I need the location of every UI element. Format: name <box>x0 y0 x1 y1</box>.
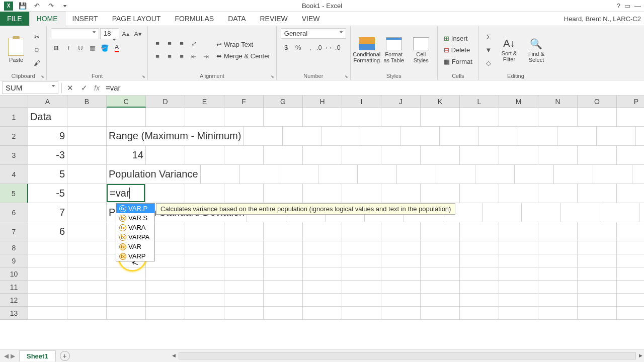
align-middle-icon[interactable]: ≡ <box>164 38 175 49</box>
cell-A8[interactable] <box>28 241 67 254</box>
cell-I11[interactable] <box>342 281 381 294</box>
cell-O4[interactable] <box>632 165 644 184</box>
cell-H10[interactable] <box>303 267 342 281</box>
cell-F5[interactable] <box>224 184 264 203</box>
fill-color-icon[interactable]: 🪣 <box>99 42 110 53</box>
align-right-icon[interactable]: ≡ <box>176 51 187 62</box>
cell-styles-button[interactable]: Cell Styles <box>409 37 433 63</box>
tab-formulas[interactable]: FORMULAS <box>168 12 221 26</box>
cell-G1[interactable] <box>264 108 303 127</box>
cell-E11[interactable] <box>185 281 224 294</box>
cell-H3[interactable] <box>303 146 342 165</box>
cell-N5[interactable] <box>538 184 578 203</box>
increase-decimal-icon[interactable]: .0→ <box>317 42 328 53</box>
cell-I5[interactable] <box>342 184 381 203</box>
cell-L12[interactable] <box>460 294 499 307</box>
undo-icon[interactable]: ↶ <box>30 1 43 11</box>
cell-L9[interactable] <box>460 254 499 267</box>
fill-icon[interactable]: ▼ <box>483 45 494 56</box>
cell-I13[interactable] <box>342 307 381 320</box>
column-header-D[interactable]: D <box>146 96 185 108</box>
decrease-font-icon[interactable]: A▾ <box>132 28 143 39</box>
new-sheet-button[interactable]: + <box>60 351 70 361</box>
cell-M9[interactable] <box>499 254 538 267</box>
cell-F4[interactable] <box>279 165 318 184</box>
cell-F11[interactable] <box>224 281 264 294</box>
cell-M6[interactable] <box>600 203 639 222</box>
tab-view[interactable]: VIEW <box>295 12 327 26</box>
cell-G3[interactable] <box>264 146 303 165</box>
cell-J3[interactable] <box>381 146 421 165</box>
find-select-button[interactable]: 🔍Find & Select <box>524 38 548 63</box>
cell-H5[interactable] <box>303 184 342 203</box>
format-painter-icon[interactable]: 🖌 <box>31 58 42 69</box>
row-header-4[interactable]: 4 <box>0 165 28 184</box>
underline-button[interactable]: U <box>75 42 86 53</box>
clear-icon[interactable]: ◇ <box>483 58 494 69</box>
cell-I8[interactable] <box>342 241 381 254</box>
column-header-E[interactable]: E <box>185 96 224 108</box>
cell-L11[interactable] <box>460 281 499 294</box>
ribbon-options-icon[interactable]: ▭ <box>624 2 630 10</box>
paste-button[interactable]: Paste <box>4 38 28 63</box>
accounting-icon[interactable]: $ <box>281 42 292 53</box>
cell-K11[interactable] <box>421 281 460 294</box>
cell-O9[interactable] <box>578 254 617 267</box>
cell-E9[interactable] <box>185 254 224 267</box>
cell-P12[interactable] <box>617 294 644 307</box>
number-format-select[interactable]: General <box>281 28 346 39</box>
select-all-corner[interactable] <box>0 96 28 108</box>
format-as-table-button[interactable]: Format as Table <box>382 37 406 63</box>
cell-D1[interactable] <box>146 108 185 127</box>
cell-O12[interactable] <box>578 294 617 307</box>
autocomplete-item-varpa[interactable]: fxVARPA <box>116 232 154 242</box>
cell-B7[interactable] <box>67 222 107 241</box>
cell-P3[interactable] <box>617 146 644 165</box>
cell-I9[interactable] <box>342 254 381 267</box>
cell-M12[interactable] <box>499 294 538 307</box>
formula-autocomplete[interactable]: fxVAR.PfxVAR.SfxVARAfxVARPAfxVARfxVARP <box>116 203 155 261</box>
cell-I2[interactable] <box>440 127 479 146</box>
cell-L3[interactable] <box>460 146 499 165</box>
font-color-icon[interactable]: A <box>111 42 122 53</box>
cell-J9[interactable] <box>381 254 421 267</box>
cell-C1[interactable] <box>107 108 146 127</box>
cell-J2[interactable] <box>479 127 518 146</box>
cell-G5[interactable] <box>264 184 303 203</box>
cell-J13[interactable] <box>381 307 421 320</box>
cell-E8[interactable] <box>185 241 224 254</box>
cell-G4[interactable] <box>318 165 358 184</box>
cell-K9[interactable] <box>421 254 460 267</box>
worksheet-grid[interactable]: ABCDEFGHIJKLMNOP 12345678910111213 Data9… <box>0 96 644 357</box>
cell-M4[interactable] <box>554 165 593 184</box>
row-header-7[interactable]: 7 <box>0 222 28 241</box>
cell-B1[interactable] <box>67 108 107 127</box>
cell-K12[interactable] <box>421 294 460 307</box>
sheet-nav-prev-icon[interactable]: ◀ <box>4 352 9 359</box>
cell-M13[interactable] <box>499 307 538 320</box>
tab-home[interactable]: HOME <box>29 11 65 26</box>
wrap-text-button[interactable]: ↩Wrap Text <box>214 40 272 49</box>
cell-G11[interactable] <box>264 281 303 294</box>
cell-D3[interactable] <box>146 146 185 165</box>
cell-N1[interactable] <box>538 108 578 127</box>
formula-input[interactable]: =var <box>103 82 644 94</box>
column-header-P[interactable]: P <box>617 96 644 108</box>
increase-indent-icon[interactable]: ⇥ <box>200 51 211 62</box>
row-header-9[interactable]: 9 <box>0 254 28 267</box>
column-header-C[interactable]: C <box>107 96 146 108</box>
decrease-indent-icon[interactable]: ⇤ <box>188 51 199 62</box>
cell-A11[interactable] <box>28 281 67 294</box>
cell-O10[interactable] <box>578 267 617 281</box>
cell-M8[interactable] <box>499 241 538 254</box>
cell-F8[interactable] <box>224 241 264 254</box>
row-header-1[interactable]: 1 <box>0 108 28 127</box>
cell-E4[interactable] <box>240 165 279 184</box>
cell-H9[interactable] <box>303 254 342 267</box>
cell-J11[interactable] <box>381 281 421 294</box>
cell-B11[interactable] <box>67 281 107 294</box>
cell-G13[interactable] <box>264 307 303 320</box>
bold-button[interactable]: B <box>51 42 62 53</box>
cell-L1[interactable] <box>460 108 499 127</box>
cut-icon[interactable]: ✂ <box>31 32 42 43</box>
